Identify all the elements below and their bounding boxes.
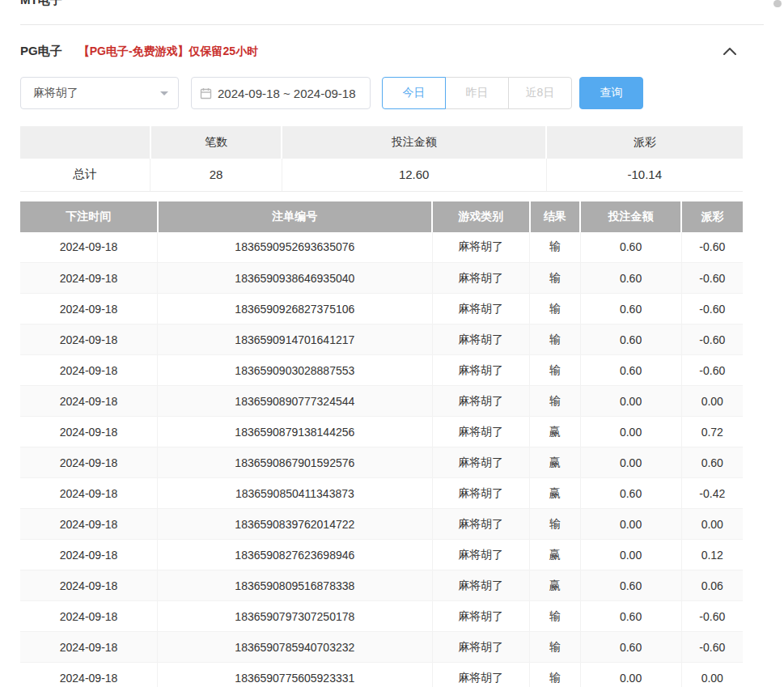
cell-payout: -0.60 [681, 601, 743, 632]
cell-result: 输 [530, 232, 581, 263]
summary-total-bet-amount: 12.60 [282, 159, 546, 191]
cell-date: 2024-09-18 [20, 324, 158, 355]
cell-result: 输 [530, 601, 581, 632]
table-row: 2024-09-181836590785940703232麻将胡了输0.60-0… [20, 632, 743, 663]
col-header-bet-amount: 投注金额 [580, 201, 681, 232]
cell-date: 2024-09-18 [20, 632, 158, 663]
cell-payout: 0.72 [681, 417, 743, 447]
table-row: 2024-09-181836590914701641217麻将胡了输0.60-0… [20, 324, 743, 355]
calendar-icon [200, 87, 212, 100]
cell-game: 麻将胡了 [432, 663, 530, 687]
table-row: 2024-09-181836590938646935040麻将胡了输0.60-0… [20, 263, 743, 294]
cell-result: 输 [530, 263, 581, 294]
summary-col-count: 笔数 [150, 126, 282, 159]
table-row: 2024-09-181836590839762014722麻将胡了输0.000.… [20, 509, 743, 540]
table-row: 2024-09-181836590879138144256麻将胡了赢0.000.… [20, 417, 743, 447]
mt-section-header[interactable]: MT电子 [20, 0, 764, 25]
cell-payout: -0.60 [681, 355, 743, 386]
cell-bet: 0.60 [580, 570, 681, 601]
cell-date: 2024-09-18 [20, 355, 158, 386]
cell-game: 麻将胡了 [432, 386, 530, 417]
mt-section-title: MT电子 [20, 0, 62, 8]
chevron-up-icon [723, 48, 736, 55]
cell-game: 麻将胡了 [432, 447, 530, 478]
cell-payout: -0.42 [681, 478, 743, 509]
table-row: 2024-09-181836590809516878338麻将胡了赢0.600.… [20, 570, 743, 601]
cell-result: 输 [530, 663, 581, 687]
game-type-select[interactable]: 麻将胡了 [20, 77, 179, 109]
cell-bet: 0.60 [580, 294, 681, 324]
table-row: 2024-09-181836590867901592576麻将胡了赢0.000.… [20, 447, 743, 478]
date-range-value: 2024-09-18 ~ 2024-09-18 [218, 87, 356, 100]
summary-header-row: 笔数 投注金额 派彩 [20, 126, 743, 159]
game-type-selected-value: 麻将胡了 [33, 86, 78, 100]
cell-order-id: 1836590952693635076 [158, 232, 432, 263]
cell-bet: 0.60 [580, 601, 681, 632]
cell-result: 输 [530, 509, 581, 540]
pg-section-header: PG电子 【PG电子-免费游戏】仅保留25小时 [20, 44, 764, 59]
pg-section-notice: 【PG电子-免费游戏】仅保留25小时 [78, 45, 258, 59]
chevron-down-icon [160, 91, 168, 100]
cell-order-id: 1836590827623698946 [158, 540, 432, 570]
cell-result: 赢 [530, 540, 581, 570]
cell-order-id: 1836590879138144256 [158, 417, 432, 447]
cell-order-id: 1836590809516878338 [158, 570, 432, 601]
cell-result: 输 [530, 324, 581, 355]
table-row: 2024-09-181836590926827375106麻将胡了输0.60-0… [20, 294, 743, 324]
summary-total-label: 总计 [20, 159, 150, 191]
cell-payout: -0.60 [681, 232, 743, 263]
cell-game: 麻将胡了 [432, 417, 530, 447]
table-row: 2024-09-181836590797307250178麻将胡了输0.60-0… [20, 601, 743, 632]
cell-date: 2024-09-18 [20, 663, 158, 687]
cell-date: 2024-09-18 [20, 447, 158, 478]
cell-bet: 0.00 [580, 540, 681, 570]
cell-bet: 0.60 [580, 478, 681, 509]
cell-payout: 0.00 [681, 386, 743, 417]
col-header-order-id: 注单编号 [158, 201, 432, 232]
table-row: 2024-09-181836590850411343873麻将胡了赢0.60-0… [20, 478, 743, 509]
cell-game: 麻将胡了 [432, 570, 530, 601]
cell-game: 麻将胡了 [432, 601, 530, 632]
cell-order-id: 1836590785940703232 [158, 632, 432, 663]
quick-range-yesterday-button[interactable]: 昨日 [445, 77, 509, 109]
quick-range-button-group: 今日 昨日 近8日 [382, 77, 572, 109]
cell-date: 2024-09-18 [20, 601, 158, 632]
bet-table-body: 2024-09-181836590952693635076麻将胡了输0.60-0… [20, 232, 743, 687]
filter-bar: 麻将胡了 2024-09-18 ~ 2024-09-18 今日 昨日 近8日 查… [20, 77, 764, 109]
cell-order-id: 1836590775605923331 [158, 663, 432, 687]
search-button[interactable]: 查询 [579, 77, 643, 109]
cell-order-id: 1836590926827375106 [158, 294, 432, 324]
cell-payout: 0.00 [681, 663, 743, 687]
cell-game: 麻将胡了 [432, 355, 530, 386]
cell-payout: 0.00 [681, 509, 743, 540]
quick-range-last8days-button[interactable]: 近8日 [508, 77, 572, 109]
table-row: 2024-09-181836590827623698946麻将胡了赢0.000.… [20, 540, 743, 570]
date-range-input[interactable]: 2024-09-18 ~ 2024-09-18 [191, 77, 371, 109]
cell-bet: 0.00 [580, 509, 681, 540]
cell-result: 赢 [530, 447, 581, 478]
cell-game: 麻将胡了 [432, 324, 530, 355]
summary-col-bet-amount: 投注金额 [282, 126, 546, 159]
cell-date: 2024-09-18 [20, 294, 158, 324]
bet-records-table: 下注时间 注单编号 游戏类别 结果 投注金额 派彩 2024-09-181836… [20, 201, 743, 687]
collapse-section-button[interactable] [723, 48, 736, 55]
cell-bet: 0.00 [580, 663, 681, 687]
quick-range-today-button[interactable]: 今日 [382, 77, 446, 109]
summary-total-payout: -10.14 [546, 159, 743, 191]
cell-date: 2024-09-18 [20, 478, 158, 509]
cell-date: 2024-09-18 [20, 417, 158, 447]
cell-result: 输 [530, 632, 581, 663]
cell-date: 2024-09-18 [20, 509, 158, 540]
cell-date: 2024-09-18 [20, 386, 158, 417]
cell-order-id: 1836590903028887553 [158, 355, 432, 386]
summary-col-payout: 派彩 [546, 126, 743, 159]
table-row: 2024-09-181836590952693635076麻将胡了输0.60-0… [20, 232, 743, 263]
cell-bet: 0.00 [580, 447, 681, 478]
cell-order-id: 1836590938646935040 [158, 263, 432, 294]
cell-bet: 0.60 [580, 232, 681, 263]
bet-report-page: MT电子 PG电子 【PG电子-免费游戏】仅保留25小时 麻将胡了 2024-0… [0, 0, 784, 687]
col-header-game-type: 游戏类别 [432, 201, 530, 232]
cell-bet: 0.00 [580, 417, 681, 447]
cell-game: 麻将胡了 [432, 478, 530, 509]
summary-table: 笔数 投注金额 派彩 总计 28 12.60 -10.14 [20, 126, 743, 192]
